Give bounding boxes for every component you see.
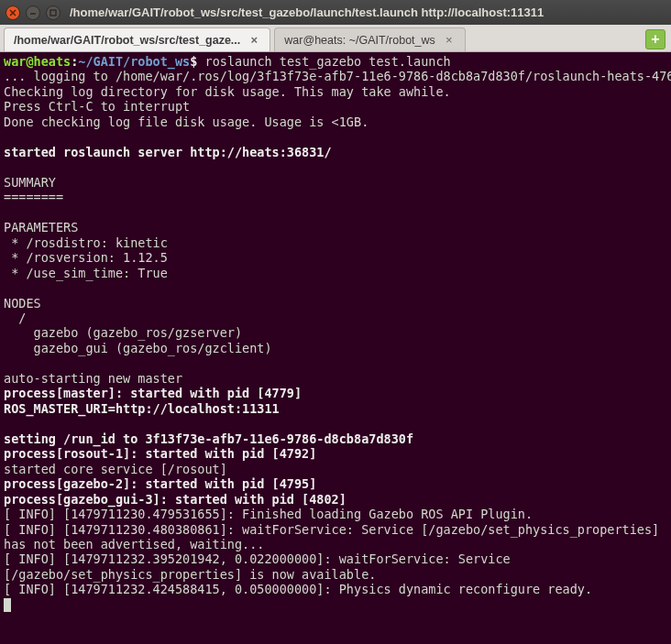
log-line: gazebo (gazebo_ros/gzserver)	[4, 325, 242, 340]
log-line: Press Ctrl-C to interrupt	[4, 99, 190, 114]
window-title: /home/war/GAIT/robot_ws/src/test_gazebo/…	[70, 5, 544, 19]
log-line: started roslaunch server http://heats:36…	[4, 145, 332, 159]
prompt-dollar: $	[190, 54, 197, 69]
log-line: [ INFO] [1479711230.479531655]: Finished…	[4, 507, 533, 521]
new-tab-button[interactable]: +	[645, 29, 666, 49]
command-text: roslaunch test_gazebo test.launch	[205, 54, 451, 69]
tab-2-close[interactable]: ×	[443, 34, 456, 47]
window-maximize-button[interactable]	[46, 5, 60, 20]
maximize-icon	[50, 9, 57, 16]
log-line: Done checking log file disk usage. Usage…	[4, 115, 368, 129]
prompt-user-host: war@heats	[4, 54, 71, 69]
window-titlebar: /home/war/GAIT/robot_ws/src/test_gazebo/…	[0, 0, 671, 25]
terminal-cursor	[4, 598, 11, 612]
log-line: started core service [/rosout]	[4, 462, 227, 476]
log-line: ROS_MASTER_URI=http://localhost:11311	[4, 401, 280, 416]
log-line: * /rosdistro: kinetic	[4, 235, 168, 250]
log-line: NODES	[4, 296, 41, 311]
log-line: [ INFO] [1479711232.424588415, 0.0500000…	[4, 582, 592, 596]
tab-1-label: /home/war/GAIT/robot_ws/src/test_gaze...	[14, 34, 240, 47]
tab-bar: /home/war/GAIT/robot_ws/src/test_gaze...…	[0, 25, 671, 52]
tab-1[interactable]: /home/war/GAIT/robot_ws/src/test_gaze...…	[4, 27, 270, 51]
log-line: process[gazebo-2]: started with pid [479…	[4, 476, 316, 491]
log-line: Checking log directory for disk usage. T…	[4, 84, 451, 99]
tab-1-close[interactable]: ×	[248, 34, 260, 47]
log-line: PARAMETERS	[4, 220, 78, 235]
log-line: setting /run_id to 3f13f73e-afb7-11e6-97…	[4, 431, 413, 446]
log-line: SUMMARY	[4, 175, 56, 190]
terminal-output[interactable]: war@heats:~/GAIT/robot_ws$ roslaunch tes…	[0, 52, 671, 644]
log-line: process[gazebo_gui-3]: started with pid …	[4, 492, 346, 507]
window-minimize-button[interactable]	[26, 5, 40, 20]
log-line: ========	[4, 190, 63, 204]
minimize-icon	[29, 9, 37, 16]
prompt-path: ~/GAIT/robot_ws	[78, 54, 190, 69]
log-line: [ INFO] [1479711232.395201942, 0.0220000…	[4, 551, 518, 581]
tab-2-label: war@heats: ~/GAIT/robot_ws	[284, 34, 435, 47]
plus-icon: +	[651, 31, 659, 48]
log-line: gazebo_gui (gazebo_ros/gzclient)	[4, 341, 272, 355]
log-line: ... logging to /home/war/.ros/log/3f13f7…	[4, 69, 671, 83]
log-line: /	[4, 311, 26, 325]
close-icon	[9, 9, 16, 16]
log-line: process[rosout-1]: started with pid [479…	[4, 446, 316, 461]
log-line: auto-starting new master	[4, 371, 182, 386]
tab-2[interactable]: war@heats: ~/GAIT/robot_ws ×	[274, 27, 466, 51]
svg-rect-0	[50, 10, 56, 16]
window-close-button[interactable]	[6, 5, 20, 20]
log-line: * /rosversion: 1.12.5	[4, 250, 168, 265]
log-line: process[master]: started with pid [4779]	[4, 386, 302, 400]
log-line: * /use_sim_time: True	[4, 266, 168, 280]
log-line: [ INFO] [1479711230.480380861]: waitForS…	[4, 522, 666, 551]
